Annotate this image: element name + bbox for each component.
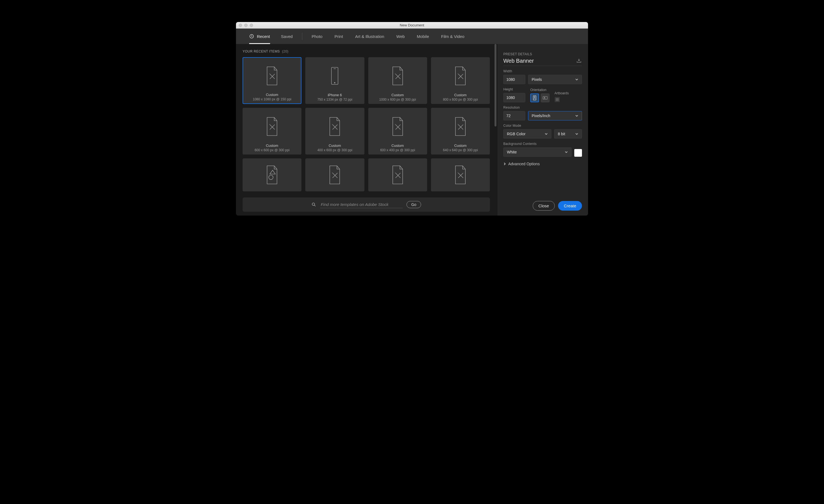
- stock-search-input[interactable]: [320, 201, 403, 208]
- preset-dimensions: 640 x 640 px @ 300 ppi: [443, 148, 478, 152]
- preset-card[interactable]: Custom800 x 600 px @ 300 ppi: [431, 57, 490, 104]
- preset-card[interactable]: iPhone 6750 x 1334 px @ 72 ppi: [305, 57, 364, 104]
- width-label: Width: [503, 69, 582, 73]
- preset-title: Custom: [391, 93, 404, 97]
- stock-search-go-button[interactable]: Go: [407, 201, 421, 208]
- resolution-label: Resolution: [503, 106, 582, 109]
- preset-dimensions: 600 x 600 px @ 300 ppi: [255, 148, 290, 152]
- save-preset-icon[interactable]: [576, 58, 582, 64]
- preset-card[interactable]: [242, 158, 301, 192]
- preset-card[interactable]: [431, 158, 490, 192]
- artboards-checkbox[interactable]: [554, 97, 560, 102]
- portrait-icon: [533, 95, 537, 100]
- preset-card[interactable]: Custom600 x 400 px @ 300 ppi: [368, 108, 427, 154]
- category-tabs: Recent Saved Photo Print Art & Illustrat…: [236, 29, 588, 44]
- tab-web[interactable]: Web: [390, 29, 411, 44]
- dialog-footer: Close Create: [503, 201, 582, 211]
- svg-point-2: [334, 82, 335, 83]
- orientation-landscape-button[interactable]: [541, 94, 549, 102]
- color-mode-label: Color Mode: [503, 124, 582, 128]
- close-button[interactable]: Close: [533, 201, 555, 211]
- height-input[interactable]: [503, 93, 525, 102]
- preset-details-panel: PRESET DETAILS Width Pixels Height: [497, 44, 588, 216]
- stock-search-bar: Go: [242, 198, 490, 212]
- preset-dimensions: 1080 x 1080 px @ 150 ppi: [253, 97, 291, 101]
- resolution-input[interactable]: [503, 111, 525, 120]
- document-icon: [245, 60, 299, 92]
- preset-dimensions: 1000 x 600 px @ 300 ppi: [379, 98, 416, 102]
- width-input[interactable]: [503, 75, 525, 84]
- document-icon: [370, 110, 425, 142]
- chevron-right-icon: [503, 162, 506, 165]
- tab-print[interactable]: Print: [328, 29, 349, 44]
- tab-photo[interactable]: Photo: [306, 29, 328, 44]
- preset-card[interactable]: [305, 158, 364, 192]
- tab-mobile[interactable]: Mobile: [411, 29, 435, 44]
- chevron-down-icon: [544, 132, 548, 136]
- orientation-portrait-button[interactable]: [530, 94, 539, 102]
- svg-rect-1: [331, 68, 338, 85]
- preset-title: Custom: [454, 143, 467, 148]
- preset-title: Custom: [391, 143, 404, 148]
- document-icon: [433, 110, 488, 142]
- chevron-down-icon: [575, 78, 579, 81]
- preset-card[interactable]: [368, 158, 427, 192]
- tab-film-video[interactable]: Film & Video: [435, 29, 471, 44]
- preset-card[interactable]: Custom600 x 600 px @ 300 ppi: [242, 108, 301, 154]
- preset-browser: YOUR RECENT ITEMS (20) Custom1080 x 1080…: [236, 44, 497, 216]
- svg-point-9: [544, 97, 545, 98]
- close-window-icon[interactable]: [239, 24, 242, 27]
- preset-dimensions: 600 x 400 px @ 300 ppi: [380, 148, 415, 152]
- document-icon: [307, 161, 362, 189]
- height-label: Height: [503, 88, 525, 91]
- preset-card[interactable]: Custom640 x 640 px @ 300 ppi: [431, 108, 490, 154]
- document-icon: [433, 161, 488, 189]
- tab-art-illustration[interactable]: Art & Illustration: [349, 29, 390, 44]
- resolution-units-select[interactable]: Pixels/Inch: [528, 111, 582, 120]
- document-icon: [370, 60, 425, 92]
- recent-items-heading: YOUR RECENT ITEMS (20): [242, 49, 493, 53]
- document-icon: [244, 110, 300, 142]
- document-icon: [370, 161, 425, 189]
- units-select[interactable]: Pixels: [528, 75, 582, 84]
- bit-depth-select[interactable]: 8 bit: [554, 129, 582, 139]
- preset-card[interactable]: Custom1000 x 600 px @ 300 ppi: [368, 57, 427, 104]
- preset-dimensions: 400 x 600 px @ 300 ppi: [317, 148, 352, 152]
- recent-icon: [249, 34, 254, 39]
- preset-card[interactable]: Custom1080 x 1080 px @ 150 ppi: [242, 57, 301, 104]
- zoom-window-icon[interactable]: [250, 24, 253, 27]
- chevron-down-icon: [575, 132, 579, 136]
- advanced-options-toggle[interactable]: Advanced Options: [503, 162, 582, 166]
- chevron-down-icon: [564, 150, 568, 154]
- tab-divider: [302, 33, 302, 40]
- background-color-swatch[interactable]: [574, 149, 582, 157]
- search-icon: [311, 202, 316, 207]
- new-document-dialog: New Document Recent Saved Photo Print Ar…: [236, 22, 588, 216]
- preset-name-input[interactable]: [503, 58, 576, 64]
- preset-title: Custom: [454, 93, 467, 97]
- preset-card[interactable]: Custom400 x 600 px @ 300 ppi: [305, 108, 364, 154]
- document-shape-icon: [244, 161, 300, 189]
- preset-title: iPhone 6: [328, 93, 342, 97]
- window-controls[interactable]: [239, 24, 253, 27]
- color-mode-select[interactable]: RGB Color: [503, 129, 551, 139]
- scrollbar[interactable]: [495, 44, 496, 194]
- chevron-down-icon: [575, 114, 579, 117]
- phone-icon: [307, 60, 362, 92]
- document-icon: [433, 60, 488, 92]
- minimize-window-icon[interactable]: [244, 24, 247, 27]
- preset-details-heading: PRESET DETAILS: [503, 52, 582, 56]
- svg-point-4: [269, 175, 273, 179]
- document-icon: [307, 110, 362, 142]
- tab-recent[interactable]: Recent: [244, 29, 275, 44]
- create-button[interactable]: Create: [558, 201, 582, 211]
- landscape-icon: [543, 96, 547, 100]
- svg-rect-10: [555, 98, 559, 101]
- svg-rect-6: [533, 96, 536, 100]
- preset-title: Custom: [266, 143, 278, 148]
- tab-saved[interactable]: Saved: [275, 29, 299, 44]
- preset-dimensions: 750 x 1334 px @ 72 ppi: [317, 98, 352, 102]
- titlebar: New Document: [236, 22, 588, 29]
- background-select[interactable]: White: [503, 147, 572, 157]
- checkbox-icon: [555, 98, 559, 102]
